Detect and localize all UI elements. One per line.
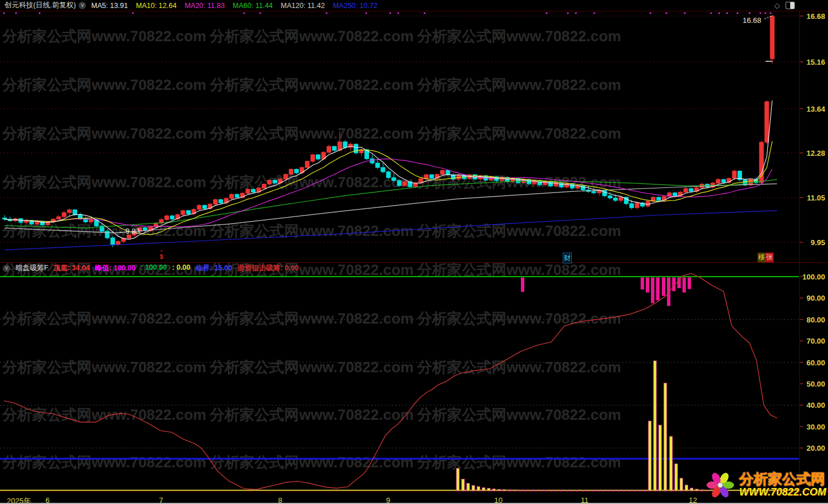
yellow-volume-bar	[633, 490, 636, 491]
site-logo: 分析家公式网 WWW.70822.COM	[703, 466, 828, 503]
buy-signal-dot	[749, 13, 751, 14]
candle-body	[608, 196, 612, 198]
buy-signal-dot	[727, 13, 728, 14]
low-price-annotation: ←9.83	[118, 227, 140, 235]
dividend-marker[interactable]: 移 张	[758, 253, 774, 262]
buy-signal-dot	[326, 13, 328, 14]
candle-body	[570, 184, 574, 188]
candle-body	[305, 162, 309, 168]
candle-body	[765, 102, 769, 143]
buy-signal-dot	[3, 13, 5, 14]
indicator-axis-label: 100.00	[799, 273, 825, 281]
candle-body	[419, 179, 423, 183]
yellow-volume-bar	[513, 490, 516, 491]
yellow-volume-bar	[498, 489, 501, 491]
yellow-volume-bar	[638, 490, 641, 491]
marker-dollar: $	[160, 254, 163, 260]
indicator-values-row: 顶底: 34.04峰值: 100.00: 100.00: 0.00临界: 15.…	[53, 263, 304, 273]
price-and-indicator-chart	[0, 0, 828, 504]
candle-body	[559, 183, 563, 187]
marker-yi: 移	[758, 253, 766, 262]
candle-body	[57, 216, 61, 219]
candle-body	[403, 182, 407, 186]
candle-body	[170, 216, 174, 219]
indicator-field: 临界: 15.00	[195, 263, 232, 273]
buy-signal-dot	[666, 13, 668, 14]
yellow-volume-bar	[503, 490, 506, 491]
candle-body	[446, 170, 450, 175]
buy-signal-dot	[244, 13, 245, 14]
yellow-volume-bar	[576, 490, 579, 491]
logo-site-name: 分析家公式网	[739, 471, 826, 486]
ma-value-MA10: MA10: 12.64	[136, 2, 176, 10]
high-price-annotation: 16.68	[743, 16, 762, 25]
buy-signal-dot	[424, 13, 426, 14]
candle-body	[251, 189, 255, 192]
indicator-axis-label: 80.00	[799, 316, 825, 324]
buy-signal-dot	[650, 13, 652, 14]
indicator-axis-label: 20.00	[799, 444, 825, 452]
indicator-axis-label: 70.00	[799, 337, 825, 345]
yellow-volume-bar	[670, 436, 673, 491]
candle-body	[289, 170, 293, 175]
candle-body	[689, 188, 693, 191]
buy-signal-dot	[737, 13, 739, 14]
split-window-icon[interactable]	[786, 2, 795, 9]
indicator-axis-label: 30.00	[799, 423, 825, 431]
yellow-volume-bar	[654, 361, 657, 491]
buy-signal-dot	[711, 13, 712, 14]
yellow-volume-bar	[690, 488, 693, 491]
indicator-axis-label: 90.00	[799, 294, 825, 302]
candle-body	[673, 193, 677, 196]
candle-body	[743, 180, 747, 185]
buy-signal-dot	[366, 13, 367, 14]
candle-body	[127, 235, 131, 238]
candle-body	[316, 155, 320, 159]
candle-body	[311, 155, 315, 161]
yellow-volume-bar	[680, 478, 683, 491]
pink-top-bar	[651, 278, 654, 304]
candle-body	[68, 210, 72, 212]
candle-body	[381, 167, 385, 172]
indicator-header: ∨ 暗盘吸筹F 顶底: 34.04峰值: 100.00: 100.00: 0.0…	[0, 263, 828, 273]
pink-top-bar	[646, 278, 649, 293]
candle-body	[770, 16, 774, 59]
candle-body	[592, 191, 596, 193]
candle-body	[430, 175, 434, 178]
candle-body	[619, 197, 623, 200]
candle-body	[262, 184, 266, 188]
indicator-field: 游资狙击吸筹: 0.00	[237, 263, 299, 273]
logo-site-url: WWW.70822.COM	[739, 486, 826, 498]
candle-body	[116, 242, 120, 245]
candle-body	[614, 198, 618, 200]
financial-report-marker[interactable]: 财	[563, 253, 572, 263]
diamond-icon[interactable]: ◇	[774, 1, 780, 10]
buy-signal-dot	[719, 13, 720, 14]
candle-body	[748, 179, 752, 185]
candle-body	[89, 219, 93, 222]
indicator-axis-label: 60.00	[799, 359, 825, 367]
candle-body	[716, 179, 720, 183]
indicator-title[interactable]: 暗盘吸筹F	[15, 263, 49, 273]
yellow-volume-bar	[524, 490, 527, 491]
pink-top-bar	[521, 278, 524, 292]
price-axis-label: 12.28	[799, 149, 825, 158]
flower-logo-icon	[703, 466, 738, 503]
yellow-volume-bar	[566, 490, 568, 491]
yellow-volume-bar	[467, 483, 470, 491]
buy-signal-dot	[684, 13, 686, 14]
ma-values-row: MA5: 13.91MA10: 12.64MA20: 11.83MA60: 11…	[91, 2, 377, 10]
yellow-volume-bar	[607, 490, 610, 491]
candle-body	[230, 194, 234, 198]
candle-body	[203, 205, 207, 208]
candle-body	[219, 200, 223, 203]
yellow-volume-bar	[508, 490, 511, 491]
chevron-down-icon-indicator[interactable]: ∨	[3, 265, 10, 272]
yellow-volume-bar	[649, 421, 652, 491]
candle-body	[732, 171, 736, 179]
candle-body	[635, 203, 639, 208]
chevron-down-icon[interactable]: ∨	[79, 2, 86, 9]
yellow-volume-bar	[643, 490, 646, 491]
yellow-volume-bar	[540, 490, 543, 491]
candle-body	[165, 216, 169, 219]
